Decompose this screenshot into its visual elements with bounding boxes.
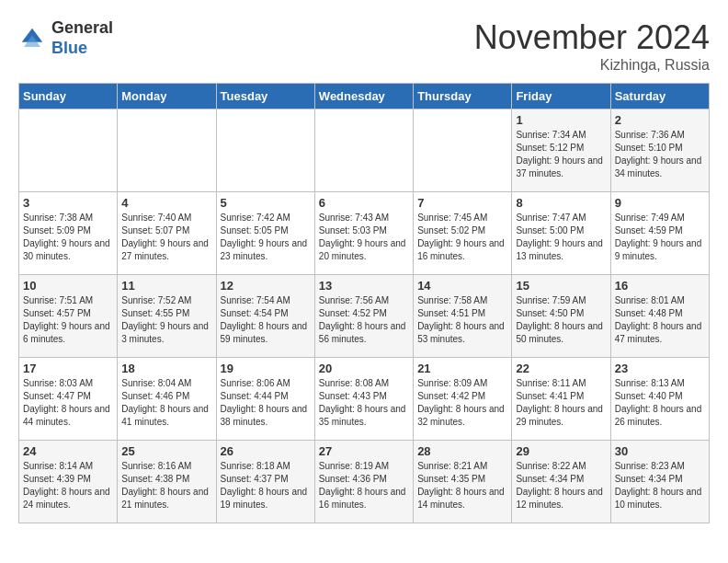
calendar-table: SundayMondayTuesdayWednesdayThursdayFrid… xyxy=(18,83,710,523)
weekday-header: Tuesday xyxy=(216,84,314,109)
calendar-cell: 29Sunrise: 8:22 AMSunset: 4:34 PMDayligh… xyxy=(512,441,610,523)
day-number: 7 xyxy=(417,196,507,210)
calendar-cell: 23Sunrise: 8:13 AMSunset: 4:40 PMDayligh… xyxy=(610,358,709,441)
calendar-cell: 6Sunrise: 7:43 AMSunset: 5:03 PMDaylight… xyxy=(314,192,413,275)
logo: General Blue xyxy=(18,18,113,58)
day-info: Sunrise: 7:43 AMSunset: 5:03 PMDaylight:… xyxy=(319,212,409,263)
calendar-cell: 8Sunrise: 7:47 AMSunset: 5:00 PMDaylight… xyxy=(512,192,610,275)
day-number: 19 xyxy=(221,362,311,375)
day-number: 26 xyxy=(221,444,311,458)
day-info: Sunrise: 8:01 AMSunset: 4:48 PMDaylight:… xyxy=(615,294,705,346)
calendar-cell: 26Sunrise: 8:18 AMSunset: 4:37 PMDayligh… xyxy=(216,441,314,523)
day-info: Sunrise: 7:52 AMSunset: 4:55 PMDaylight:… xyxy=(121,294,211,346)
calendar-cell: 17Sunrise: 8:03 AMSunset: 4:47 PMDayligh… xyxy=(19,358,118,441)
day-number: 28 xyxy=(417,444,507,458)
calendar-cell: 20Sunrise: 8:08 AMSunset: 4:43 PMDayligh… xyxy=(314,358,413,441)
logo-blue: Blue xyxy=(51,39,113,59)
calendar-cell: 12Sunrise: 7:54 AMSunset: 4:54 PMDayligh… xyxy=(216,275,314,358)
calendar-cell: 3Sunrise: 7:38 AMSunset: 5:09 PMDaylight… xyxy=(19,192,118,275)
day-info: Sunrise: 8:16 AMSunset: 4:38 PMDaylight:… xyxy=(121,460,211,511)
calendar-cell: 19Sunrise: 8:06 AMSunset: 4:44 PMDayligh… xyxy=(216,358,314,441)
location: Kizhinga, Russia xyxy=(474,57,710,74)
day-info: Sunrise: 7:42 AMSunset: 5:05 PMDaylight:… xyxy=(221,212,311,263)
logo-text: General Blue xyxy=(51,18,113,58)
calendar-week-row: 3Sunrise: 7:38 AMSunset: 5:09 PMDaylight… xyxy=(19,192,710,275)
day-number: 2 xyxy=(615,113,705,127)
weekday-header: Friday xyxy=(512,84,610,109)
calendar-cell: 16Sunrise: 8:01 AMSunset: 4:48 PMDayligh… xyxy=(610,275,709,358)
day-info: Sunrise: 7:59 AMSunset: 4:50 PMDaylight:… xyxy=(516,294,606,346)
day-number: 9 xyxy=(615,196,705,210)
day-info: Sunrise: 7:34 AMSunset: 5:12 PMDaylight:… xyxy=(516,129,606,180)
day-info: Sunrise: 8:23 AMSunset: 4:34 PMDaylight:… xyxy=(615,460,705,511)
day-number: 6 xyxy=(319,196,409,210)
calendar-week-row: 1Sunrise: 7:34 AMSunset: 5:12 PMDaylight… xyxy=(19,109,710,192)
weekday-header-row: SundayMondayTuesdayWednesdayThursdayFrid… xyxy=(19,84,710,109)
calendar-cell: 1Sunrise: 7:34 AMSunset: 5:12 PMDaylight… xyxy=(512,109,610,192)
weekday-header: Monday xyxy=(118,84,216,109)
day-info: Sunrise: 8:11 AMSunset: 4:41 PMDaylight:… xyxy=(516,377,606,429)
day-info: Sunrise: 8:13 AMSunset: 4:40 PMDaylight:… xyxy=(615,377,705,429)
calendar-cell: 15Sunrise: 7:59 AMSunset: 4:50 PMDayligh… xyxy=(512,275,610,358)
calendar-cell: 11Sunrise: 7:52 AMSunset: 4:55 PMDayligh… xyxy=(118,275,216,358)
calendar-cell: 27Sunrise: 8:19 AMSunset: 4:36 PMDayligh… xyxy=(314,441,413,523)
calendar-week-row: 17Sunrise: 8:03 AMSunset: 4:47 PMDayligh… xyxy=(19,358,710,441)
day-number: 23 xyxy=(615,362,705,375)
weekday-header: Sunday xyxy=(19,84,118,109)
calendar-week-row: 24Sunrise: 8:14 AMSunset: 4:39 PMDayligh… xyxy=(19,441,710,523)
day-info: Sunrise: 7:47 AMSunset: 5:00 PMDaylight:… xyxy=(516,212,606,263)
day-number: 21 xyxy=(417,362,507,375)
calendar-cell: 10Sunrise: 7:51 AMSunset: 4:57 PMDayligh… xyxy=(19,275,118,358)
day-info: Sunrise: 7:54 AMSunset: 4:54 PMDaylight:… xyxy=(221,294,311,346)
month-title: November 2024 xyxy=(474,18,710,57)
day-info: Sunrise: 7:45 AMSunset: 5:02 PMDaylight:… xyxy=(417,212,507,263)
day-info: Sunrise: 8:14 AMSunset: 4:39 PMDaylight:… xyxy=(23,460,113,511)
weekday-header: Wednesday xyxy=(314,84,413,109)
logo-icon xyxy=(18,25,46,52)
calendar-cell: 18Sunrise: 8:04 AMSunset: 4:46 PMDayligh… xyxy=(118,358,216,441)
day-number: 18 xyxy=(121,362,211,375)
day-number: 16 xyxy=(615,279,705,293)
calendar-cell xyxy=(314,109,413,192)
calendar-cell: 25Sunrise: 8:16 AMSunset: 4:38 PMDayligh… xyxy=(118,441,216,523)
weekday-header: Saturday xyxy=(610,84,709,109)
calendar-cell xyxy=(414,109,512,192)
calendar-cell: 5Sunrise: 7:42 AMSunset: 5:05 PMDaylight… xyxy=(216,192,314,275)
day-number: 11 xyxy=(121,279,211,293)
day-number: 27 xyxy=(319,444,409,458)
day-info: Sunrise: 8:19 AMSunset: 4:36 PMDaylight:… xyxy=(319,460,409,511)
calendar-week-row: 10Sunrise: 7:51 AMSunset: 4:57 PMDayligh… xyxy=(19,275,710,358)
calendar-cell: 9Sunrise: 7:49 AMSunset: 4:59 PMDaylight… xyxy=(610,192,709,275)
day-number: 25 xyxy=(121,444,211,458)
day-info: Sunrise: 8:21 AMSunset: 4:35 PMDaylight:… xyxy=(417,460,507,511)
calendar-cell: 14Sunrise: 7:58 AMSunset: 4:51 PMDayligh… xyxy=(414,275,512,358)
day-info: Sunrise: 7:51 AMSunset: 4:57 PMDaylight:… xyxy=(23,294,113,346)
day-number: 22 xyxy=(516,362,606,375)
day-number: 29 xyxy=(516,444,606,458)
calendar-cell xyxy=(118,109,216,192)
calendar-cell xyxy=(19,109,118,192)
calendar-cell: 30Sunrise: 8:23 AMSunset: 4:34 PMDayligh… xyxy=(610,441,709,523)
calendar-cell: 28Sunrise: 8:21 AMSunset: 4:35 PMDayligh… xyxy=(414,441,512,523)
day-number: 8 xyxy=(516,196,606,210)
day-number: 13 xyxy=(319,279,409,293)
calendar-cell: 24Sunrise: 8:14 AMSunset: 4:39 PMDayligh… xyxy=(19,441,118,523)
day-number: 5 xyxy=(221,196,311,210)
calendar-cell: 22Sunrise: 8:11 AMSunset: 4:41 PMDayligh… xyxy=(512,358,610,441)
logo-general: General xyxy=(51,18,113,39)
day-number: 24 xyxy=(23,444,113,458)
day-info: Sunrise: 8:18 AMSunset: 4:37 PMDaylight:… xyxy=(221,460,311,511)
calendar-cell: 13Sunrise: 7:56 AMSunset: 4:52 PMDayligh… xyxy=(314,275,413,358)
day-info: Sunrise: 7:40 AMSunset: 5:07 PMDaylight:… xyxy=(121,212,211,263)
day-info: Sunrise: 8:04 AMSunset: 4:46 PMDaylight:… xyxy=(121,377,211,429)
day-info: Sunrise: 7:49 AMSunset: 4:59 PMDaylight:… xyxy=(615,212,705,263)
day-info: Sunrise: 8:03 AMSunset: 4:47 PMDaylight:… xyxy=(23,377,113,429)
calendar-cell: 7Sunrise: 7:45 AMSunset: 5:02 PMDaylight… xyxy=(414,192,512,275)
page-header: General Blue November 2024 Kizhinga, Rus… xyxy=(18,18,710,74)
day-info: Sunrise: 8:06 AMSunset: 4:44 PMDaylight:… xyxy=(221,377,311,429)
day-number: 1 xyxy=(516,113,606,127)
day-info: Sunrise: 7:38 AMSunset: 5:09 PMDaylight:… xyxy=(23,212,113,263)
weekday-header: Thursday xyxy=(414,84,512,109)
day-number: 17 xyxy=(23,362,113,375)
calendar-cell: 21Sunrise: 8:09 AMSunset: 4:42 PMDayligh… xyxy=(414,358,512,441)
